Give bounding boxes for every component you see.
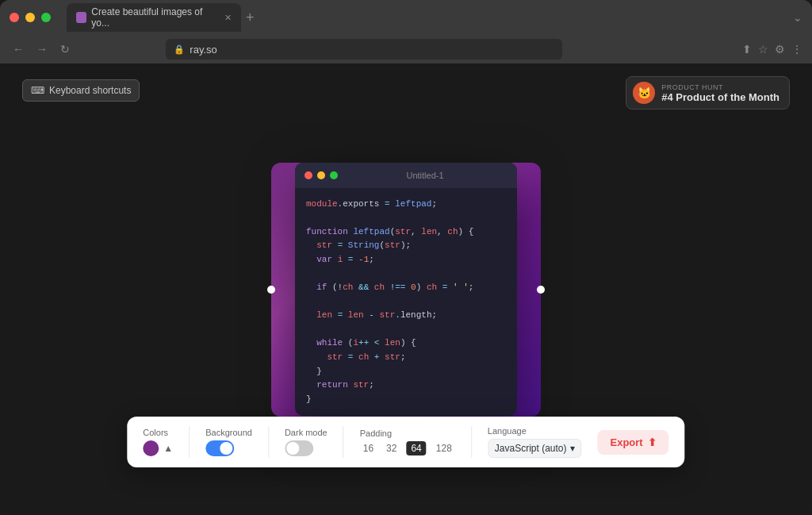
tab-close-icon[interactable]: ✕ (224, 13, 232, 23)
background-section: Background (205, 428, 252, 456)
browser-toolbar-icons: ⌄ (793, 11, 802, 24)
forward-button[interactable]: → (33, 40, 51, 59)
export-icon: ⬆ (648, 436, 657, 448)
code-window: Untitled-1 module.exports = leftpad; fun… (295, 163, 517, 417)
browser-titlebar: Create beautiful images of yo... ✕ + ⌄ (0, 0, 812, 35)
colors-label: Colors (143, 428, 168, 437)
url-text: ray.so (190, 44, 216, 56)
colors-chevron-up[interactable]: ▲ (163, 443, 173, 454)
darkmode-toggle[interactable] (285, 440, 313, 456)
active-tab[interactable]: Create beautiful images of yo... ✕ (67, 3, 241, 32)
language-chevron-icon: ▾ (570, 443, 575, 454)
colors-controls: ▲ (143, 440, 173, 456)
padding-controls: 16 32 64 128 (360, 441, 455, 455)
close-button[interactable] (10, 13, 19, 22)
code-close-button (304, 171, 312, 179)
code-line-12: str = ch + str; (306, 351, 506, 365)
colors-section: Colors ▲ (143, 428, 173, 456)
export-label: Export (611, 436, 643, 448)
back-button[interactable]: ← (10, 40, 27, 59)
tab-bar: Create beautiful images of yo... ✕ + (67, 3, 787, 32)
background-controls (205, 440, 234, 456)
chevron-down-icon[interactable]: ⌄ (793, 11, 802, 24)
share-icon[interactable]: ⬆ (742, 43, 752, 56)
background-toggle[interactable] (205, 440, 234, 456)
bottom-toolbar: Colors ▲ Background Dark mode (127, 417, 684, 467)
language-controls: JavaScript (auto) ▾ (488, 439, 582, 458)
extensions-icon[interactable]: ⚙ (775, 43, 785, 56)
bookmark-icon[interactable]: ☆ (758, 43, 768, 56)
code-line-9: len = len - str.length; (306, 309, 506, 323)
padding-32[interactable]: 32 (383, 441, 400, 455)
code-line-10 (306, 323, 506, 337)
main-content: ⌨ Keyboard shortcuts 🐱 PRODUCT HUNT #4 P… (0, 63, 812, 515)
code-line-6 (306, 267, 506, 282)
menu-icon[interactable]: ⋮ (791, 43, 802, 56)
address-field[interactable]: 🔒 ray.so (166, 39, 562, 60)
resize-handle-left[interactable] (267, 286, 275, 294)
code-line-13: } (306, 365, 506, 379)
language-section: Language JavaScript (auto) ▾ (488, 426, 582, 458)
code-body: module.exports = leftpad; function leftp… (295, 188, 517, 417)
code-line-11: while (i++ < len) { (306, 336, 506, 351)
tab-favicon (76, 12, 86, 23)
divider-4 (471, 426, 472, 458)
padding-section: Padding 16 32 64 128 (360, 429, 455, 455)
code-line-3: function leftpad(str, len, ch) { (306, 225, 506, 240)
code-window-titlebar: Untitled-1 (295, 163, 517, 188)
code-line-8 (306, 295, 506, 309)
minimize-button[interactable] (25, 13, 35, 22)
code-line-15: } (306, 393, 506, 407)
darkmode-label: Dark mode (285, 428, 327, 437)
darkmode-section: Dark mode (285, 428, 327, 456)
code-line-5: var i = -1; (306, 253, 506, 267)
maximize-button[interactable] (41, 13, 51, 22)
code-line-2 (306, 211, 506, 225)
darkmode-controls (285, 440, 313, 456)
new-tab-button[interactable]: + (246, 10, 255, 26)
code-preview-container: Untitled-1 module.exports = leftpad; fun… (271, 163, 541, 417)
code-line-7: if (!ch && ch !== 0) ch = ' '; (306, 281, 506, 295)
resize-handle-right[interactable] (537, 286, 545, 294)
code-line-4: str = String(str); (306, 239, 506, 253)
code-line-14: return str; (306, 379, 506, 393)
traffic-lights (10, 13, 51, 22)
export-button[interactable]: Export ⬆ (598, 430, 669, 455)
tab-title: Create beautiful images of yo... (91, 6, 216, 29)
address-bar: ← → ↻ 🔒 ray.so ⬆ ☆ ⚙ ⋮ (0, 35, 812, 63)
code-window-title: Untitled-1 (343, 171, 508, 180)
padding-64[interactable]: 64 (406, 441, 426, 455)
browser-action-icons: ⬆ ☆ ⚙ ⋮ (742, 43, 802, 56)
language-label: Language (488, 426, 527, 436)
divider-2 (268, 426, 269, 458)
language-value: JavaScript (auto) (495, 443, 567, 454)
code-maximize-button (330, 171, 338, 179)
padding-128[interactable]: 128 (433, 441, 455, 455)
code-minimize-button (317, 171, 325, 179)
background-label: Background (205, 428, 252, 437)
divider-3 (343, 426, 344, 458)
language-select[interactable]: JavaScript (auto) ▾ (488, 439, 582, 458)
padding-label: Padding (360, 429, 392, 438)
browser-window: Create beautiful images of yo... ✕ + ⌄ ←… (0, 0, 812, 515)
divider-1 (189, 426, 190, 458)
code-line-1: module.exports = leftpad; (306, 198, 506, 212)
lock-icon: 🔒 (174, 44, 185, 55)
padding-16[interactable]: 16 (360, 441, 377, 455)
color-picker[interactable] (143, 440, 159, 456)
reload-button[interactable]: ↻ (57, 40, 73, 59)
